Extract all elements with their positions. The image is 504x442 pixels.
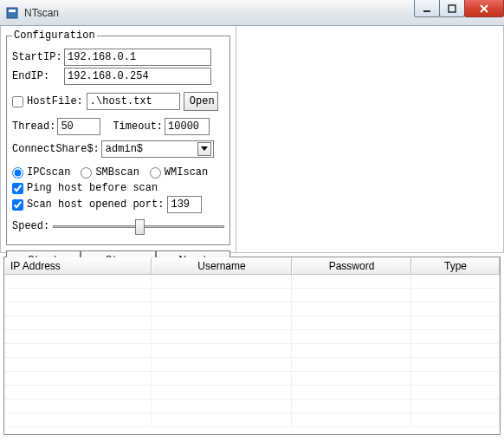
table-cell (4, 358, 152, 371)
table-cell (4, 330, 152, 343)
thread-input[interactable] (57, 118, 100, 135)
table-cell (411, 330, 500, 343)
table-cell (4, 302, 152, 315)
table-cell (152, 289, 292, 302)
table-cell (411, 275, 500, 288)
connectshare-label: ConnectShare$: (12, 143, 100, 155)
slider-thumb[interactable] (135, 219, 145, 235)
thread-label: Thread: (12, 120, 55, 133)
hostfile-checkbox[interactable] (12, 96, 23, 107)
ping-label: Ping host before scan (27, 182, 158, 194)
listview-body (4, 275, 500, 434)
table-cell (411, 289, 500, 302)
column-username[interactable]: Username (152, 257, 292, 275)
connectshare-select[interactable]: admin$ (101, 140, 214, 158)
open-button[interactable]: Open (184, 92, 218, 111)
table-cell (292, 372, 411, 385)
close-button[interactable] (464, 0, 504, 17)
output-pane[interactable] (236, 26, 503, 252)
svg-rect-0 (7, 8, 17, 18)
maximize-icon (448, 4, 456, 13)
table-cell (292, 413, 411, 426)
ipcscan-label: IPCscan (27, 166, 70, 179)
table-cell (152, 400, 292, 413)
minimize-icon (423, 4, 431, 13)
table-cell (152, 275, 292, 288)
svg-rect-2 (423, 10, 430, 12)
table-row[interactable] (4, 400, 500, 413)
table-cell (152, 386, 292, 399)
endip-input[interactable] (64, 68, 211, 85)
table-cell (4, 372, 152, 385)
table-cell (292, 400, 411, 413)
table-cell (411, 302, 500, 315)
smbscan-label: SMBscan (95, 166, 139, 179)
table-cell (152, 330, 292, 343)
table-cell (292, 316, 411, 329)
speed-label: Speed: (12, 220, 49, 232)
startip-label: StartIP: (12, 51, 64, 63)
table-row[interactable] (4, 386, 500, 400)
results-listview[interactable]: IP Address Username Password Type (3, 257, 501, 435)
table-row[interactable] (4, 289, 500, 302)
table-cell (292, 289, 411, 302)
table-cell (411, 413, 500, 426)
scanport-label: Scan host opened port: (27, 198, 164, 211)
table-cell (292, 386, 411, 399)
svg-rect-1 (9, 10, 16, 12)
timeout-input[interactable] (165, 118, 210, 135)
table-cell (292, 302, 411, 315)
minimize-button[interactable] (414, 0, 440, 17)
table-row[interactable] (4, 358, 500, 372)
table-cell (292, 358, 411, 371)
connectshare-value: admin$ (106, 143, 143, 155)
column-password[interactable]: Password (292, 257, 411, 275)
wmiscan-radio[interactable] (150, 167, 161, 179)
scanport-checkbox[interactable] (12, 199, 23, 211)
table-cell (411, 386, 500, 399)
table-row[interactable] (4, 316, 500, 330)
speed-slider[interactable] (53, 217, 224, 236)
table-cell (411, 316, 500, 329)
configuration-legend: Configuration (12, 29, 97, 42)
table-cell (152, 344, 292, 357)
table-cell (4, 289, 152, 302)
table-cell (292, 275, 411, 288)
endip-label: EndIP: (12, 70, 64, 82)
window-title: NTscan (24, 7, 59, 19)
timeout-label: Timeout: (113, 120, 163, 133)
startip-input[interactable] (64, 49, 211, 66)
scanport-input[interactable] (167, 196, 202, 213)
table-row[interactable] (4, 302, 500, 316)
smbscan-radio[interactable] (81, 167, 92, 179)
svg-rect-3 (449, 5, 456, 12)
ping-checkbox[interactable] (12, 183, 23, 194)
table-row[interactable] (4, 413, 500, 427)
hostfile-label: HostFile: (27, 95, 83, 107)
table-cell (411, 344, 500, 357)
table-cell (4, 413, 152, 426)
column-ipaddress[interactable]: IP Address (4, 257, 152, 275)
table-cell (292, 330, 411, 343)
chevron-down-icon (197, 142, 211, 156)
config-panel: Configuration StartIP: EndIP: HostFile: … (1, 26, 236, 252)
table-cell (4, 316, 152, 329)
table-row[interactable] (4, 330, 500, 344)
table-cell (411, 372, 500, 385)
listview-header: IP Address Username Password Type (4, 257, 500, 275)
window-titlebar: NTscan (0, 0, 504, 26)
app-icon (5, 6, 19, 20)
configuration-group: Configuration StartIP: EndIP: HostFile: … (6, 29, 230, 245)
table-cell (292, 344, 411, 357)
ipcscan-radio[interactable] (12, 167, 23, 179)
table-cell (152, 302, 292, 315)
table-cell (4, 275, 152, 288)
hostfile-input[interactable] (87, 93, 180, 110)
table-row[interactable] (4, 344, 500, 358)
close-icon (479, 3, 489, 14)
table-row[interactable] (4, 275, 500, 289)
table-row[interactable] (4, 372, 500, 386)
maximize-button[interactable] (439, 0, 465, 17)
table-cell (152, 413, 292, 426)
column-type[interactable]: Type (411, 257, 500, 275)
